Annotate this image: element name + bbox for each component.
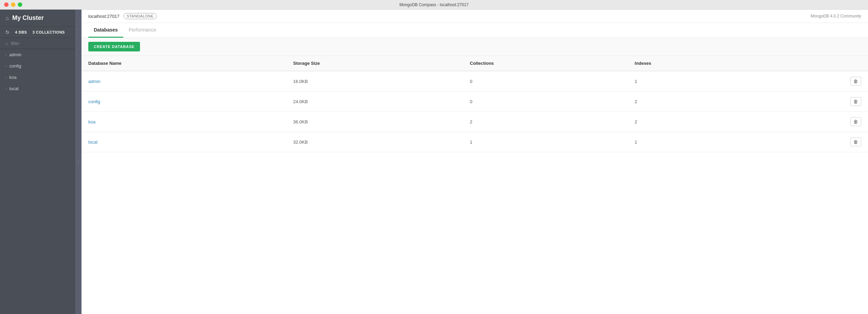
col-header-indexes: Indexes — [628, 56, 760, 71]
storage-size-cell: 16.0KB — [286, 71, 463, 92]
table-row: admin 16.0KB 0 1 🗑 — [81, 71, 868, 92]
storage-size-cell: 24.0KB — [286, 92, 463, 112]
databases-table-container: Database Name Storage Size Collections I… — [81, 56, 868, 314]
table-row: koa 36.0KB 2 2 🗑 — [81, 112, 868, 132]
sidebar-item-koa[interactable]: › koa — [0, 72, 75, 83]
db-link-admin[interactable]: admin — [88, 79, 100, 84]
chevron-right-icon: › — [5, 75, 7, 79]
topbar-left: localhost:27017 STANDALONE — [88, 13, 157, 19]
databases-table: Database Name Storage Size Collections I… — [81, 56, 868, 152]
indexes-cell: 2 — [628, 112, 760, 132]
home-icon: ⌂ — [5, 15, 9, 21]
db-name-cell: admin — [81, 71, 286, 92]
actions-cell: 🗑 — [760, 132, 868, 152]
collections-cell: 1 — [463, 132, 628, 152]
refresh-icon[interactable]: ↻ — [5, 29, 10, 35]
toolbar: CREATE DATABASE — [81, 38, 868, 56]
tab-performance[interactable]: Performance — [123, 23, 162, 38]
col-header-collections: Collections — [463, 56, 628, 71]
tab-databases[interactable]: Databases — [88, 23, 123, 38]
collections-cell: 0 — [463, 92, 628, 112]
version-label: MongoDB 4.0.2 Community — [811, 14, 861, 19]
col-header-name: Database Name — [81, 56, 286, 71]
delete-local-button[interactable]: 🗑 — [850, 137, 861, 146]
sidebar-stats: ↻ 4 DBS 3 COLLECTIONS — [0, 27, 75, 38]
topbar: localhost:27017 STANDALONE MongoDB 4.0.2… — [81, 10, 868, 23]
db-name-cell: local — [81, 132, 286, 152]
indexes-cell: 2 — [628, 92, 760, 112]
db-link-config[interactable]: config — [88, 99, 100, 104]
filter-input[interactable] — [11, 41, 70, 46]
host-label: localhost:27017 — [88, 14, 119, 19]
table-header-row: Database Name Storage Size Collections I… — [81, 56, 868, 71]
window-controls — [4, 2, 22, 7]
close-button[interactable] — [4, 2, 9, 7]
sidebar-item-admin[interactable]: › admin — [0, 49, 75, 60]
tabs-container: Databases Performance — [81, 23, 868, 38]
maximize-button[interactable] — [18, 2, 22, 7]
chevron-right-icon: › — [5, 53, 7, 57]
sidebar-header: ⌂ My Cluster — [0, 10, 75, 27]
db-count-stat: 4 DBS — [15, 30, 27, 34]
minimize-button[interactable] — [11, 2, 15, 7]
db-name-cell: config — [81, 92, 286, 112]
sidebar-nav: › admin › config › koa › local — [0, 49, 75, 314]
collection-count-stat: 3 COLLECTIONS — [33, 30, 65, 34]
storage-size-cell: 36.0KB — [286, 112, 463, 132]
cluster-name: My Cluster — [12, 14, 44, 22]
actions-cell: 🗑 — [760, 92, 868, 112]
sidebar-item-label: config — [9, 63, 21, 69]
chevron-right-icon: › — [5, 87, 7, 90]
sidebar-item-local[interactable]: › local — [0, 83, 75, 94]
actions-cell: 🗑 — [760, 112, 868, 132]
main-content: localhost:27017 STANDALONE MongoDB 4.0.2… — [81, 10, 868, 314]
window-title: MongoDB Compass - localhost:27017 — [399, 2, 469, 7]
sidebar-item-label: koa — [9, 75, 16, 80]
delete-koa-button[interactable]: 🗑 — [850, 117, 861, 126]
db-link-local[interactable]: local — [88, 140, 98, 145]
collections-cell: 0 — [463, 71, 628, 92]
delete-config-button[interactable]: 🗑 — [850, 97, 861, 106]
sidebar: ⌂ My Cluster ↻ 4 DBS 3 COLLECTIONS ⌕ › a… — [0, 10, 75, 314]
titlebar: MongoDB Compass - localhost:27017 — [0, 0, 868, 10]
actions-cell: 🗑 — [760, 71, 868, 92]
sidebar-item-label: admin — [9, 52, 21, 57]
sidebar-filter: ⌕ — [0, 38, 75, 49]
db-link-koa[interactable]: koa — [88, 119, 95, 124]
col-header-storage: Storage Size — [286, 56, 463, 71]
indexes-cell: 1 — [628, 132, 760, 152]
storage-size-cell: 32.0KB — [286, 132, 463, 152]
col-header-actions — [760, 56, 868, 71]
search-icon: ⌕ — [5, 41, 8, 46]
chevron-right-icon: › — [5, 64, 7, 68]
db-name-cell: koa — [81, 112, 286, 132]
create-database-button[interactable]: CREATE DATABASE — [88, 42, 140, 51]
standalone-badge: STANDALONE — [124, 13, 157, 19]
table-row: local 32.0KB 1 1 🗑 — [81, 132, 868, 152]
collections-cell: 2 — [463, 112, 628, 132]
chevron-left-icon: ‹ — [78, 160, 79, 164]
delete-admin-button[interactable]: 🗑 — [850, 77, 861, 86]
table-row: config 24.0KB 0 2 🗑 — [81, 92, 868, 112]
app-layout: ⌂ My Cluster ↻ 4 DBS 3 COLLECTIONS ⌕ › a… — [0, 10, 868, 314]
sidebar-item-label: local — [9, 86, 18, 91]
indexes-cell: 1 — [628, 71, 760, 92]
sidebar-item-config[interactable]: › config — [0, 60, 75, 72]
sidebar-toggle[interactable]: ‹ — [75, 10, 81, 314]
